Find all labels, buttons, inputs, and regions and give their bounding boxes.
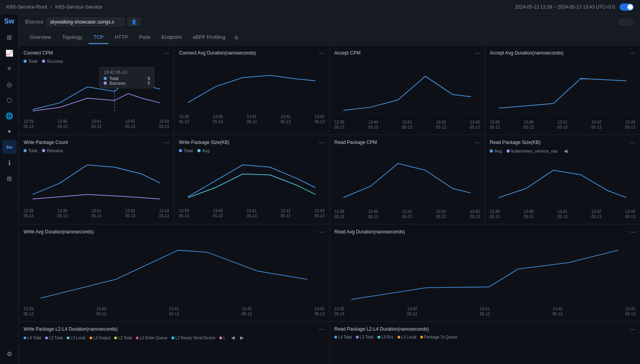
- sidebar-item-nodes[interactable]: ⬡: [2, 93, 16, 107]
- write-pkg-count-svg: [24, 155, 169, 206]
- chart-write-pkg-legend: Total Retrains: [24, 148, 169, 153]
- chart-accept-avg-more[interactable]: ⋯: [630, 50, 635, 56]
- chart-connect-cpm-legend: Total Success: [24, 59, 169, 64]
- chart-write-avg-dur: Write Avg Duration(nanoseconds) ⋯ 13:390…: [19, 224, 330, 321]
- tooltip-success-dot: [104, 82, 107, 85]
- chart-read-pkg-size-title: Read Package Size(KB): [490, 140, 635, 145]
- legend-total: Total: [24, 59, 37, 64]
- top-right: 2024-05-13 13:39 ~ 2024-05-13 13:43 UTC+…: [515, 4, 634, 11]
- tooltip-connect-cpm: 13:42 05-13 Total 8 Success 5: [99, 67, 154, 88]
- chart-read-pkg-size: Read Package Size(KB) ⋯ Avg kubernetes_s…: [485, 135, 640, 224]
- write-size-xlabels: 13:3905-13 13:4005-13 13:4105-13 13:4205…: [179, 207, 325, 218]
- legend-ws-avg: Avg: [197, 148, 210, 153]
- chart-row-3: Write Avg Duration(nanoseconds) ⋯ 13:390…: [19, 224, 640, 322]
- tooltip-title: 13:42 05-13: [104, 70, 150, 75]
- chart-read-pkg-size-more[interactable]: ⋯: [630, 140, 635, 146]
- chart-connect-cpm-more[interactable]: ⋯: [164, 50, 169, 56]
- accept-cpm-svg: [334, 67, 480, 118]
- theme-toggle[interactable]: [620, 4, 634, 11]
- chart-write-l2l4: Write Package L2-L4 Duration(nanoseconds…: [19, 322, 330, 364]
- tab-ebpf[interactable]: eBPF Profiling: [188, 31, 230, 44]
- legend-ws-total: Total: [179, 148, 193, 153]
- legend-success-dot: [42, 60, 45, 63]
- tab-pods[interactable]: Pods: [134, 31, 155, 44]
- chart-read-avg-dur: Read Avg Duration(nanoseconds) ⋯ 13:3905…: [330, 224, 640, 321]
- legend-total-label: Total: [28, 59, 37, 64]
- sidebar-item-home[interactable]: ⊞: [2, 30, 16, 44]
- toggle-knob: [627, 4, 633, 10]
- tooltip-row-success: Success 5: [104, 81, 150, 86]
- service-select[interactable]: skywalking-showcase::songs.s: [47, 18, 124, 26]
- main-content: $Service skywalking-showcase::songs.s 👤 …: [19, 14, 640, 364]
- chart-accept-avg-dur-title: Accept Avg Duration(nanoseconds): [490, 50, 635, 56]
- chart-read-l2l4: Read Package L2-L4 Duration(nanoseconds)…: [330, 322, 640, 364]
- tab-topology[interactable]: Topology: [57, 31, 87, 44]
- accept-avg-svg: [490, 67, 635, 118]
- tooltip-success-value: 5: [148, 81, 150, 86]
- tooltip-row-total: Total 8: [104, 76, 150, 81]
- service-user-btn[interactable]: 👤: [128, 18, 140, 26]
- chart-write-l2l4-more[interactable]: ⋯: [319, 326, 325, 333]
- tab-tcp[interactable]: TCP: [89, 31, 108, 44]
- sidebar-item-globe[interactable]: ◎: [2, 77, 16, 91]
- connect-avg-svg: [179, 61, 325, 112]
- chart-write-pkg-size-more[interactable]: ⋯: [319, 140, 325, 146]
- tab-endpoint[interactable]: Endpoint: [157, 31, 186, 44]
- tab-copy-icon[interactable]: ⧉: [232, 32, 241, 44]
- chart-read-avg-dur-title: Read Avg Duration(nanoseconds): [334, 229, 635, 235]
- read-pkg-size-svg: [490, 156, 635, 207]
- connect-cpm-xlabels: 13:3905-13 13:4005-13 13:4105-13 13:4205…: [24, 118, 169, 129]
- sidebar-logo: Sw: [4, 17, 14, 25]
- chart-accept-cpm-more[interactable]: ⋯: [474, 50, 480, 56]
- sidebar-item-grid[interactable]: ⊞: [2, 171, 16, 186]
- chart-read-pkg-cpm-title: Read Package CPM: [334, 140, 480, 145]
- top-bar: K8S-Service-Root › K8S-Service-Service 2…: [0, 0, 640, 14]
- tab-overview[interactable]: Overview: [25, 31, 56, 44]
- sidebar-item-chart[interactable]: 📈: [2, 46, 16, 60]
- accept-avg-xlabels: 13:3905-13 13:4005-13 13:4105-13 13:4205…: [490, 119, 635, 130]
- sidebar-item-settings[interactable]: ⚙: [2, 347, 16, 361]
- chart-read-pkg-cpm-more[interactable]: ⋯: [474, 140, 480, 146]
- chart-write-pkg-count: Write Package Count ⋯ Total Retrains: [19, 135, 174, 224]
- breadcrumb-sep: ›: [50, 4, 52, 10]
- read-size-xlabels: 13:3905-13 13:4005-13 13:4105-13 13:4205…: [490, 208, 635, 219]
- chart-read-l2l4-more[interactable]: ⋯: [630, 326, 635, 333]
- chart-connect-avg-more[interactable]: ⋯: [319, 50, 325, 56]
- write-pkg-xlabels: 13:3905-13 13:4005-13 13:4105-13 13:4205…: [24, 207, 169, 218]
- breadcrumb: K8S-Service-Root › K8S-Service-Service: [6, 4, 102, 10]
- sidebar-item-sw[interactable]: Sw: [2, 140, 16, 154]
- chart-write-pkg-size-title: Write Package Size(KB): [179, 140, 325, 145]
- write-l2l4-arrow-prev[interactable]: ◀: [231, 335, 235, 340]
- dark-mode-toggle[interactable]: [618, 18, 634, 26]
- chart-read-avg-more[interactable]: ⋯: [630, 229, 635, 235]
- chart-connect-avg-dur: Connect Avg Duration(nanoseconds) ⋯ 13:3…: [174, 46, 330, 135]
- sidebar-item-layers[interactable]: ≡: [2, 62, 16, 76]
- write-pkg-size-svg: [179, 155, 325, 206]
- chart-connect-cpm: Connect CPM ⋯ Total Success: [19, 46, 174, 135]
- sidebar-item-info[interactable]: ℹ: [2, 156, 16, 170]
- time-range: 2024-05-13 13:39 ~ 2024-05-13 13:43 UTC+…: [515, 4, 615, 10]
- tooltip-total-value: 8: [148, 76, 150, 81]
- chart-connect-cpm-title: Connect CPM: [24, 50, 169, 56]
- chart-row-4: Write Package L2-L4 Duration(nanoseconds…: [19, 322, 640, 364]
- service-bar: $Service skywalking-showcase::songs.s 👤: [19, 14, 640, 30]
- chart-write-pkg-count-more[interactable]: ⋯: [164, 140, 169, 146]
- chart-write-avg-more[interactable]: ⋯: [319, 229, 325, 235]
- tab-http[interactable]: HTTP: [110, 31, 133, 44]
- sidebar: Sw ⊞ 📈 ≡ ◎ ⬡ 🌐 ✦ Sw ℹ ⊞ ⚙: [0, 14, 19, 364]
- write-avg-xlabels: 13:3905-13 13:4005-13 13:4105-13 13:4205…: [24, 306, 325, 317]
- sidebar-item-person[interactable]: ✦: [2, 124, 16, 138]
- breadcrumb-root[interactable]: K8S-Service-Root: [6, 4, 47, 10]
- legend-retrains: Retrains: [42, 148, 63, 153]
- service-label: $Service: [25, 19, 44, 25]
- chart-write-size-legend: Total Avg: [179, 148, 325, 153]
- chart-row-1: Connect CPM ⋯ Total Success: [19, 46, 640, 135]
- read-pkg-cpm-svg: [334, 156, 480, 207]
- chart-read-l2l4-title: Read Package L2-L4 Duration(nanoseconds): [334, 326, 635, 332]
- legend-scroll-left[interactable]: ◀: [564, 148, 567, 154]
- sidebar-item-globe2[interactable]: 🌐: [2, 109, 16, 123]
- breadcrumb-current: K8S-Service-Service: [55, 4, 102, 10]
- chart-accept-cpm: Accept CPM ⋯ 13:3905-13 13:4005-13 13:41…: [330, 46, 485, 135]
- chart-accept-avg-dur: Accept Avg Duration(nanoseconds) ⋯ 13:39…: [485, 46, 640, 135]
- write-l2l4-arrow-next[interactable]: ▶: [240, 335, 244, 340]
